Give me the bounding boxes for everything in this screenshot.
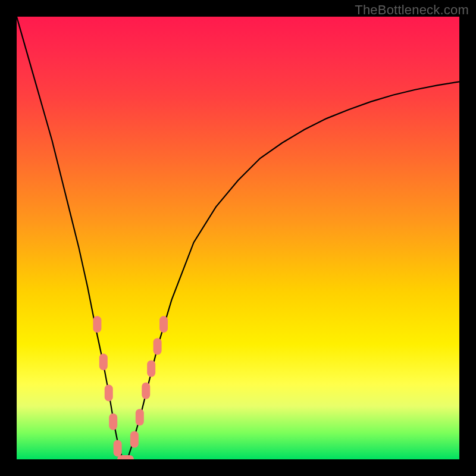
gradient-background	[17, 17, 459, 459]
watermark-text: TheBottleneck.com	[355, 2, 469, 18]
plot-area	[17, 17, 459, 459]
